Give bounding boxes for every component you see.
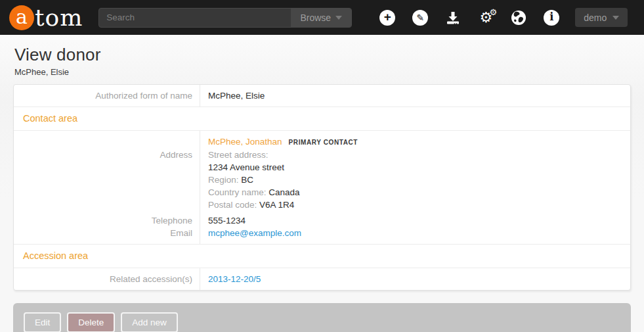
browse-button-label: Browse bbox=[300, 12, 331, 23]
page-heading: View donor McPhee, Elsie bbox=[0, 35, 644, 77]
atom-logo[interactable]: a tom bbox=[9, 4, 83, 31]
chevron-down-icon bbox=[335, 16, 342, 20]
email-link[interactable]: mcphee@example.com bbox=[208, 228, 301, 238]
import-button[interactable] bbox=[445, 10, 461, 26]
email-label: Email bbox=[14, 227, 200, 244]
authorized-form-row: Authorized form of name McPhee, Elsie bbox=[14, 85, 630, 107]
contact-area-heading[interactable]: Contact area bbox=[14, 107, 630, 131]
postal-row: Postal code: V6A 1R4 bbox=[14, 199, 630, 211]
contact-group: McPhee, JonathanPRIMARY CONTACT Address … bbox=[14, 131, 630, 245]
authorized-form-label: Authorized form of name bbox=[14, 85, 200, 107]
street-address-label: Street address: bbox=[200, 149, 630, 161]
action-button-bar: Edit Delete Add new bbox=[13, 303, 631, 332]
search-input[interactable] bbox=[99, 9, 291, 27]
authorized-form-value: McPhee, Elsie bbox=[200, 85, 630, 107]
region-value: BC bbox=[241, 175, 253, 185]
related-accession-link[interactable]: 2013-12-20/5 bbox=[208, 274, 261, 284]
street-address-value: 1234 Avenue street bbox=[200, 161, 630, 174]
pencil-icon: ✎ bbox=[412, 10, 428, 26]
edit-menu-button[interactable]: ✎ bbox=[412, 10, 428, 26]
related-accessions-label: Related accession(s) bbox=[14, 268, 200, 290]
contact-name-row: McPhee, JonathanPRIMARY CONTACT bbox=[14, 131, 630, 149]
add-button[interactable]: + bbox=[379, 10, 395, 26]
donor-record-panel: Authorized form of name McPhee, Elsie Co… bbox=[13, 84, 631, 291]
atom-logo-text: tom bbox=[35, 4, 83, 31]
admin-gears-icon: ⚙⚙ bbox=[479, 11, 492, 25]
user-menu-button[interactable]: demo bbox=[575, 8, 628, 27]
user-menu-label: demo bbox=[584, 12, 607, 23]
postal-label: Postal code: bbox=[208, 200, 257, 210]
primary-contact-badge: PRIMARY CONTACT bbox=[289, 139, 358, 146]
country-value: Canada bbox=[268, 187, 299, 197]
postal-value: V6A 1R4 bbox=[259, 200, 294, 210]
top-icon-menu: + ✎ ⚙⚙ bbox=[379, 10, 559, 26]
address-label: Address bbox=[14, 149, 200, 161]
language-globe-icon bbox=[511, 10, 526, 26]
quick-links-button[interactable]: i bbox=[544, 10, 559, 26]
page-subtitle: McPhee, Elsie bbox=[14, 67, 630, 77]
telephone-value: 555-1234 bbox=[200, 211, 630, 227]
delete-button[interactable]: Delete bbox=[67, 312, 115, 332]
app-window: a tom Browse + ✎ bbox=[0, 0, 644, 332]
contact-name-link[interactable]: McPhee, Jonathan bbox=[208, 137, 282, 147]
search-box: Browse bbox=[98, 8, 352, 28]
info-icon: i bbox=[544, 10, 559, 26]
add-new-button[interactable]: Add new bbox=[121, 312, 178, 332]
telephone-row: Telephone 555-1234 bbox=[14, 211, 630, 227]
street-label-row: Address Street address: bbox=[14, 149, 630, 161]
page-title: View donor bbox=[14, 45, 630, 65]
browse-button[interactable]: Browse bbox=[291, 9, 351, 27]
street-value-row: 1234 Avenue street bbox=[14, 161, 630, 174]
country-row: Country name: Canada bbox=[14, 186, 630, 199]
related-accessions-row: Related accession(s) 2013-12-20/5 bbox=[14, 268, 630, 290]
country-label: Country name: bbox=[208, 187, 267, 197]
atom-logo-a-circle: a bbox=[9, 5, 34, 30]
edit-button[interactable]: Edit bbox=[24, 312, 61, 332]
top-navigation-bar: a tom Browse + ✎ bbox=[0, 0, 644, 35]
region-row: Region: BC bbox=[14, 174, 630, 186]
admin-button[interactable]: ⚙⚙ bbox=[478, 10, 494, 26]
region-label: Region: bbox=[208, 175, 239, 185]
email-row: Email mcphee@example.com bbox=[14, 227, 630, 245]
import-download-icon bbox=[445, 10, 461, 26]
accession-area-heading[interactable]: Accession area bbox=[14, 245, 630, 268]
language-button[interactable] bbox=[511, 10, 526, 26]
telephone-label: Telephone bbox=[14, 211, 200, 227]
add-icon: + bbox=[379, 10, 395, 26]
chevron-down-icon bbox=[612, 16, 619, 20]
